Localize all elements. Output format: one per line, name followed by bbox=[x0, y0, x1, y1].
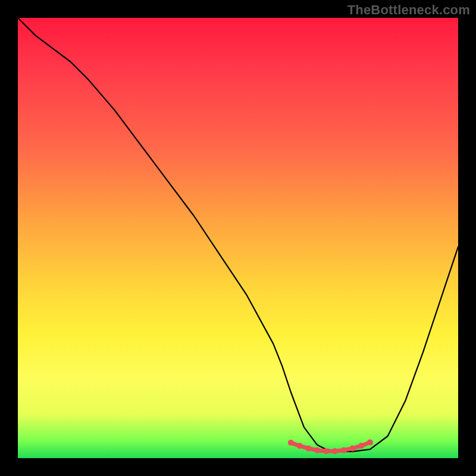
watermark-text: TheBottleneck.com bbox=[347, 2, 470, 18]
optimal-zone-dot bbox=[288, 440, 294, 446]
optimal-zone-markers bbox=[288, 439, 373, 454]
optimal-zone-dot bbox=[332, 448, 338, 454]
optimal-zone-dot bbox=[341, 447, 347, 453]
optimal-zone-dot bbox=[349, 446, 355, 452]
bottleneck-curve-path bbox=[18, 18, 458, 452]
chart-frame: TheBottleneck.com bbox=[0, 0, 476, 476]
plot-area bbox=[18, 18, 458, 458]
optimal-zone-dot bbox=[305, 446, 311, 452]
optimal-zone-dot bbox=[314, 447, 320, 453]
optimal-zone-dot bbox=[297, 443, 303, 449]
optimal-zone-dot bbox=[358, 443, 364, 449]
plot-svg bbox=[18, 18, 458, 458]
optimal-zone-line bbox=[291, 442, 370, 451]
optimal-zone-dot bbox=[323, 448, 329, 454]
optimal-zone-dot bbox=[367, 439, 373, 445]
